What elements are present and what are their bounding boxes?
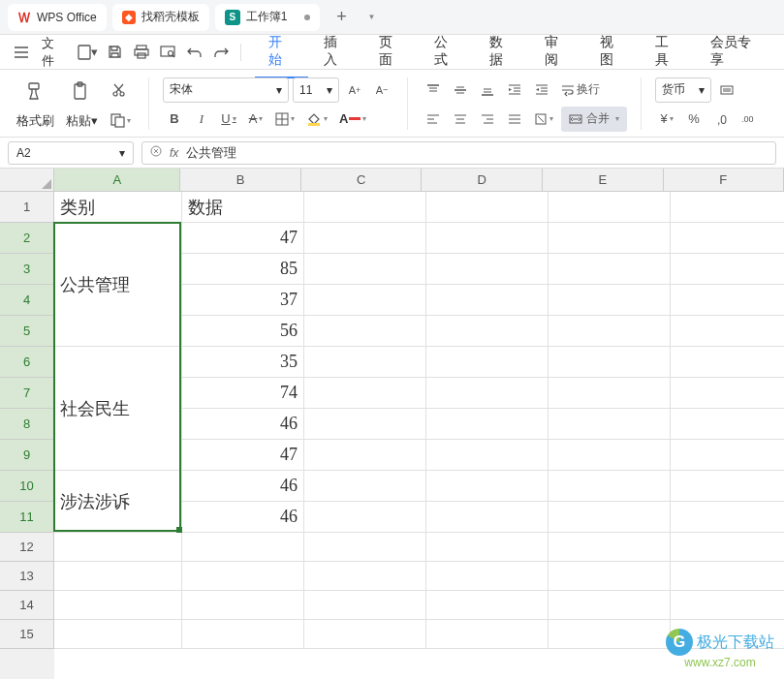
fx-icon[interactable]: fx [170,146,178,160]
cell-D13[interactable] [426,562,549,591]
align-middle-button[interactable] [449,77,472,103]
cell-A15[interactable] [54,620,182,649]
cell-E10[interactable] [549,471,671,502]
cell-E5[interactable] [549,316,671,347]
format-brush-button[interactable] [14,77,56,105]
align-right-button[interactable] [476,107,499,132]
cell-B9[interactable]: 47 [182,440,304,471]
cell-F6[interactable] [671,347,784,378]
cell-A2[interactable]: 公共管理 [54,223,182,347]
italic-button[interactable]: I [190,107,213,132]
cell-B8[interactable]: 46 [182,409,304,440]
print-icon[interactable] [128,39,154,66]
row-header-14[interactable]: 14 [0,591,54,620]
cell-B4[interactable]: 37 [182,285,304,316]
cell-E11[interactable] [549,502,671,533]
cell-F8[interactable] [671,409,784,440]
preview-icon[interactable] [154,39,180,66]
app-tab[interactable]: WPS Office [8,4,107,31]
name-box[interactable]: A2 ▾ [8,141,134,165]
row-header-7[interactable]: 7 [0,378,54,409]
redo-icon[interactable] [207,39,234,66]
cell-C13[interactable] [304,562,426,591]
decimal-increase-button[interactable]: .00 [737,107,760,132]
cell-D10[interactable] [426,471,549,502]
cell-D4[interactable] [426,285,549,316]
cell-A1[interactable]: 类别 [54,192,182,223]
cell-B7[interactable]: 74 [182,378,304,409]
cell-A14[interactable] [54,591,182,620]
cell-F4[interactable] [671,285,784,316]
column-header-E[interactable]: E [543,169,664,192]
cell-D14[interactable] [426,591,549,620]
cell-F11[interactable] [671,502,784,533]
paste-label[interactable]: 粘贴▾ [60,112,103,130]
cell-F2[interactable] [671,223,784,254]
indent-decrease-button[interactable] [530,77,553,103]
cell-C15[interactable] [304,620,426,649]
cell-B12[interactable] [182,533,304,562]
row-header-2[interactable]: 2 [0,223,54,254]
new-file-icon[interactable]: ▾ [75,39,101,66]
cell-A13[interactable] [54,562,182,591]
align-bottom-button[interactable] [476,77,499,103]
row-header-9[interactable]: 9 [0,440,54,471]
cell-B10[interactable]: 46 [182,471,304,502]
cell-B2[interactable]: 47 [182,223,304,254]
copy-button[interactable]: ▾ [107,108,135,134]
formula-input-area[interactable]: fx 公共管理 [141,141,776,165]
cell-C6[interactable] [304,347,426,378]
cell-E8[interactable] [549,409,671,440]
cell-B14[interactable] [182,591,304,620]
accounting-format-button[interactable] [715,77,738,103]
cell-B5[interactable]: 56 [182,316,304,347]
font-style-button[interactable]: A▾ [244,107,267,132]
row-header-4[interactable]: 4 [0,285,54,316]
cell-C7[interactable] [304,378,426,409]
save-icon[interactable] [102,39,128,66]
percent-button[interactable]: % [682,107,706,132]
cell-D8[interactable] [426,409,549,440]
bold-button[interactable]: B [163,107,186,132]
cell-C2[interactable] [304,223,426,254]
row-header-10[interactable]: 10 [0,471,54,502]
row-header-6[interactable]: 6 [0,347,54,378]
cell-D7[interactable] [426,378,549,409]
select-all-corner[interactable] [0,169,54,192]
font-size-select[interactable]: 11▾ [293,77,339,103]
row-header-15[interactable]: 15 [0,620,54,649]
column-header-B[interactable]: B [180,169,301,192]
row-header-5[interactable]: 5 [0,316,54,347]
cell-D6[interactable] [426,347,549,378]
decrease-font-button[interactable]: A− [370,77,393,103]
tab-insert[interactable]: 插入 [310,26,363,78]
cell-A10[interactable]: 涉法涉诉 [54,471,182,533]
cell-E9[interactable] [549,440,671,471]
column-header-C[interactable]: C [301,169,423,192]
tab-formula[interactable]: 公式 [421,26,474,78]
cell-E2[interactable] [549,223,671,254]
cell-B11[interactable]: 46 [182,502,304,533]
cell-D5[interactable] [426,316,549,347]
cell-F14[interactable] [671,591,784,620]
column-header-A[interactable]: A [54,169,180,192]
hamburger-menu-icon[interactable] [8,39,34,66]
underline-button[interactable]: U▾ [217,107,240,132]
row-header-1[interactable]: 1 [0,192,54,223]
undo-icon[interactable] [181,39,207,66]
cell-B3[interactable]: 85 [182,254,304,285]
tab-view[interactable]: 视图 [586,26,640,78]
cell-C12[interactable] [304,533,426,562]
tab-page[interactable]: 页面 [365,26,419,78]
cell-E15[interactable] [549,620,671,649]
cell-F12[interactable] [671,533,784,562]
merge-cells-button[interactable]: 合并▾ [561,107,627,132]
cell-C3[interactable] [304,254,426,285]
indent-increase-button[interactable] [503,77,526,103]
cell-E14[interactable] [549,591,671,620]
cell-E3[interactable] [549,254,671,285]
cell-C5[interactable] [304,316,426,347]
cell-A6[interactable]: 社会民生 [54,347,182,471]
row-header-3[interactable]: 3 [0,254,54,285]
cell-F13[interactable] [671,562,784,591]
